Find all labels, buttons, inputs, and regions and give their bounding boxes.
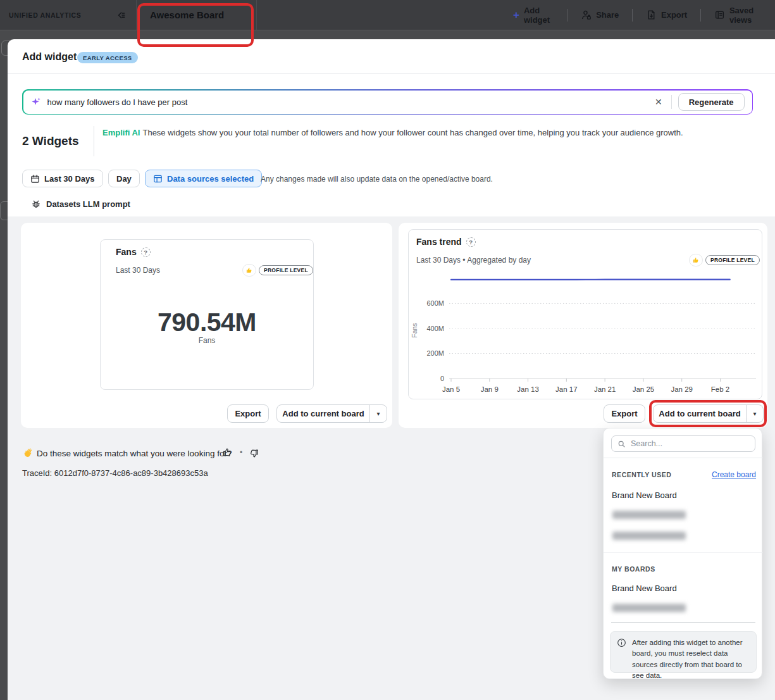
- ai-description-text: These widgets show you your total number…: [142, 128, 683, 137]
- svg-text:0: 0: [440, 375, 444, 382]
- ai-description: Emplifi AIThese widgets show you your to…: [102, 127, 704, 139]
- divider: [604, 552, 763, 553]
- divider: [611, 622, 755, 623]
- widget-count: 2 Widgets: [22, 134, 79, 148]
- thumbs-up-reaction-pill[interactable]: [242, 264, 256, 277]
- calendar-icon: [30, 174, 40, 184]
- search-icon: [617, 440, 626, 448]
- help-icon[interactable]: ?: [141, 247, 151, 257]
- board-item[interactable]: Brand New Board: [612, 491, 677, 500]
- dot-separator: •: [240, 448, 242, 457]
- datasets-llm-prompt-label: Datasets LLM prompt: [46, 199, 130, 209]
- svg-text:Feb 2: Feb 2: [711, 385, 729, 393]
- profile-level-badge: PROFILE LEVEL: [259, 265, 313, 275]
- recently-used-header: RECENTLY USED: [612, 471, 671, 478]
- divider: [94, 126, 94, 156]
- trace-id: TraceId: 6012d7f0-8737-4c86-ac89-3b42869…: [22, 468, 208, 478]
- bug-icon: [31, 199, 41, 209]
- fans-widget-title: Fans: [116, 247, 137, 257]
- svg-text:Jan 29: Jan 29: [671, 385, 693, 393]
- feedback-question: Do these widgets match what you were loo…: [37, 449, 232, 458]
- fans-widget-period: Last 30 Days: [116, 266, 160, 275]
- thumbs-up-icon[interactable]: [222, 447, 233, 460]
- board-item-redacted[interactable]: [612, 511, 686, 519]
- data-sources-chip[interactable]: Data sources selected: [145, 170, 262, 187]
- data-sources-icon: [153, 174, 163, 184]
- svg-text:600M: 600M: [426, 299, 444, 307]
- add-to-board-split-button-fans: Add to current board ▾: [276, 404, 387, 423]
- info-icon: [617, 638, 626, 651]
- board-item-redacted[interactable]: [612, 604, 686, 612]
- svg-text:Jan 17: Jan 17: [555, 385, 578, 393]
- annotation-box-board-tab: [137, 3, 254, 47]
- annotation-box-add-to-board: [649, 400, 767, 427]
- svg-text:Jan 13: Jan 13: [517, 385, 539, 393]
- board-search-field[interactable]: [611, 435, 755, 452]
- reselect-data-sources-note: After adding this widget to another boar…: [610, 631, 757, 673]
- waving-hand-icon: [22, 447, 33, 461]
- svg-text:Jan 5: Jan 5: [442, 385, 460, 393]
- date-range-label: Last 30 Days: [44, 174, 95, 184]
- fans-trend-chart: 0200M400M600MJan 5Jan 9Jan 13Jan 17Jan 2…: [408, 229, 762, 399]
- info-note-text: After adding this widget to another boar…: [632, 639, 743, 679]
- create-board-link[interactable]: Create board: [712, 470, 756, 479]
- granularity-label: Day: [116, 174, 132, 184]
- ai-prompt-input[interactable]: [47, 97, 646, 107]
- ai-prompt-bar: ✕ Regenerate: [22, 89, 753, 115]
- fans-kpi-unit: Fans: [100, 336, 314, 345]
- date-range-chip[interactable]: Last 30 Days: [22, 170, 103, 187]
- header-divider: [8, 73, 775, 74]
- add-to-current-board-button[interactable]: Add to current board: [277, 405, 369, 422]
- emplifi-ai-tag: Emplifi AI: [102, 128, 140, 137]
- ai-sparkle-icon: [31, 97, 41, 107]
- filters-note: Any changes made will also update data o…: [261, 175, 493, 184]
- my-boards-header: MY BOARDS: [612, 565, 655, 573]
- board-item-redacted[interactable]: [612, 532, 686, 540]
- data-sources-label: Data sources selected: [167, 174, 254, 184]
- divider: [671, 95, 672, 109]
- granularity-chip[interactable]: Day: [108, 170, 140, 187]
- svg-text:Jan 25: Jan 25: [633, 385, 655, 393]
- fans-kpi-value: 790.54M: [100, 308, 314, 337]
- divider: [604, 458, 763, 458]
- datasets-llm-prompt-link[interactable]: Datasets LLM prompt: [31, 199, 130, 209]
- export-button-fans-trend[interactable]: Export: [604, 404, 645, 423]
- svg-text:400M: 400M: [426, 325, 444, 332]
- svg-text:200M: 200M: [426, 349, 444, 357]
- thumbs-down-icon[interactable]: [249, 448, 259, 461]
- board-item[interactable]: Brand New Board: [612, 584, 677, 593]
- regenerate-button[interactable]: Regenerate: [678, 93, 745, 111]
- export-button-fans[interactable]: Export: [227, 404, 269, 423]
- chevron-down-icon[interactable]: ▾: [369, 405, 387, 422]
- modal-title: Add widget: [22, 51, 77, 63]
- svg-text:Jan 21: Jan 21: [594, 385, 616, 393]
- board-picker-dropdown: RECENTLY USED Create board Brand New Boa…: [603, 428, 762, 679]
- board-search-input[interactable]: [631, 439, 749, 448]
- early-access-badge: EARLY ACCESS: [77, 52, 138, 63]
- svg-text:Fans: Fans: [411, 323, 418, 337]
- svg-text:Jan 9: Jan 9: [481, 385, 499, 393]
- clear-prompt-icon[interactable]: ✕: [652, 97, 665, 107]
